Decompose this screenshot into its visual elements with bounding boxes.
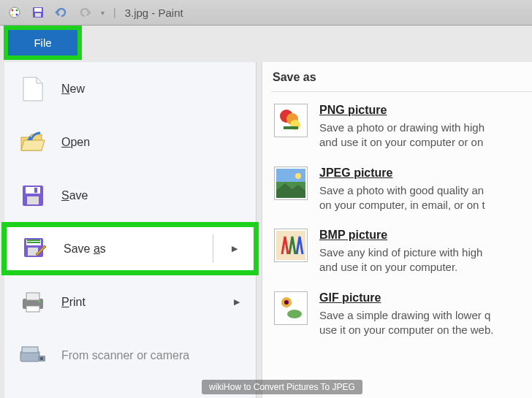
svg-point-20 (39, 300, 41, 302)
save-icon[interactable] (31, 5, 45, 20)
submenu-header: Save as (271, 71, 532, 92)
file-tab-label: File (34, 37, 51, 49)
format-text: GIF picture Save a simple drawing with l… (319, 291, 529, 338)
svg-rect-10 (27, 196, 39, 204)
svg-rect-7 (35, 13, 41, 17)
format-item-png[interactable]: PNG picture Save a photo or drawing with… (271, 98, 532, 161)
save-as-icon (21, 235, 49, 263)
svg-point-4 (12, 14, 14, 16)
submenu-arrow-icon: ▶ (232, 244, 238, 253)
menu-label-new: New (61, 83, 85, 96)
printer-icon (19, 288, 47, 316)
quick-access-toolbar: ▾ | 3.jpg - Paint (0, 0, 532, 26)
svg-point-37 (287, 310, 302, 318)
menu-label-print: Print (61, 296, 86, 309)
png-thumb-icon (274, 104, 308, 137)
save-as-submenu: Save as PNG picture Save a photo or draw… (262, 62, 532, 398)
format-title: JPEG picture (319, 167, 529, 180)
paint-app-icon (7, 5, 22, 20)
menu-item-save[interactable]: Save (4, 169, 256, 222)
split-divider (213, 234, 213, 263)
format-desc: and use it on your computer. (319, 260, 529, 275)
format-desc: Save a photo with good quality an (319, 183, 529, 198)
menu-item-save-as[interactable]: Save as ▶ (1, 222, 259, 275)
format-item-bmp[interactable]: BMP picture Save any kind of picture wit… (271, 223, 532, 286)
file-tab[interactable]: File (4, 26, 82, 60)
svg-rect-34 (276, 294, 305, 323)
new-file-icon (19, 75, 47, 103)
format-desc: Save a simple drawing with lower q (319, 308, 529, 323)
svg-rect-29 (284, 126, 298, 129)
menu-label-open: Open (61, 136, 90, 149)
format-desc: Save a photo or drawing with high (319, 120, 529, 135)
jpeg-thumb-icon (274, 167, 308, 200)
menu-item-scanner[interactable]: From scanner or camera (4, 329, 256, 382)
format-title: BMP picture (319, 229, 529, 242)
undo-icon[interactable] (54, 5, 69, 20)
svg-point-32 (295, 173, 301, 179)
format-desc: Save any kind of picture with high (319, 245, 529, 260)
svg-rect-14 (27, 240, 40, 241)
customize-qat-icon[interactable]: ▾ (101, 9, 104, 17)
format-title: PNG picture (319, 104, 529, 117)
format-desc: and use it on your computer or on (319, 135, 529, 150)
format-desc: on your computer, in email, or on t (319, 198, 529, 213)
svg-rect-19 (26, 306, 39, 312)
format-title: GIF picture (319, 291, 529, 305)
svg-point-0 (10, 7, 20, 18)
format-text: PNG picture Save a photo or drawing with… (319, 104, 529, 150)
svg-point-36 (284, 300, 289, 305)
menu-label-scanner: From scanner or camera (61, 349, 189, 362)
format-text: BMP picture Save any kind of picture wit… (319, 229, 529, 275)
svg-rect-18 (26, 293, 39, 300)
format-desc: use it on your computer on the web. (319, 323, 529, 337)
svg-point-2 (16, 9, 18, 12)
svg-rect-22 (22, 347, 38, 353)
open-folder-icon (19, 129, 47, 156)
bmp-thumb-icon (274, 229, 308, 262)
format-item-gif[interactable]: GIF picture Save a simple drawing with l… (271, 286, 532, 348)
submenu-arrow-icon: ▶ (234, 297, 240, 307)
save-floppy-icon (19, 182, 47, 210)
svg-point-24 (40, 357, 43, 360)
svg-rect-9 (26, 187, 40, 194)
svg-rect-30 (276, 169, 305, 182)
svg-point-1 (12, 9, 14, 12)
svg-rect-6 (34, 8, 42, 12)
svg-rect-11 (34, 188, 37, 193)
watermark: wikiHow to Convert Pictures To JPEG (202, 380, 362, 394)
svg-rect-15 (27, 242, 40, 243)
svg-point-3 (16, 14, 18, 16)
menu-item-open[interactable]: Open (4, 115, 256, 169)
menu-label-save: Save (61, 189, 88, 202)
format-text: JPEG picture Save a photo with good qual… (319, 167, 529, 213)
menu-item-print[interactable]: Print ▶ (4, 275, 256, 329)
gif-thumb-icon (274, 291, 308, 325)
title-separator: | (113, 7, 116, 18)
file-menu-panel: New Open Save Save as ▶ Print ▶ From sca… (4, 62, 256, 398)
window-title: 3.jpg - Paint (125, 7, 183, 19)
menu-label-save-as: Save as (64, 242, 106, 256)
scanner-icon (19, 342, 47, 370)
redo-icon[interactable] (77, 5, 92, 20)
format-item-jpeg[interactable]: JPEG picture Save a photo with good qual… (271, 161, 532, 223)
menu-item-new[interactable]: New (4, 62, 256, 115)
